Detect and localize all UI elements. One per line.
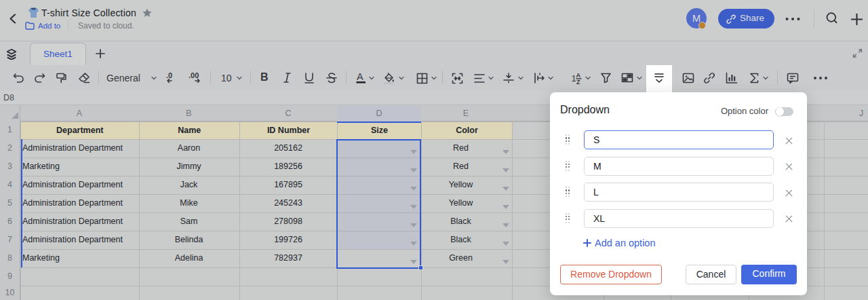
svg-text:Z: Z xyxy=(576,79,580,85)
svg-text:A: A xyxy=(576,72,581,79)
svg-text:.0: .0 xyxy=(166,72,172,79)
svg-text:A: A xyxy=(357,72,363,82)
svg-text:.00: .00 xyxy=(189,72,199,79)
